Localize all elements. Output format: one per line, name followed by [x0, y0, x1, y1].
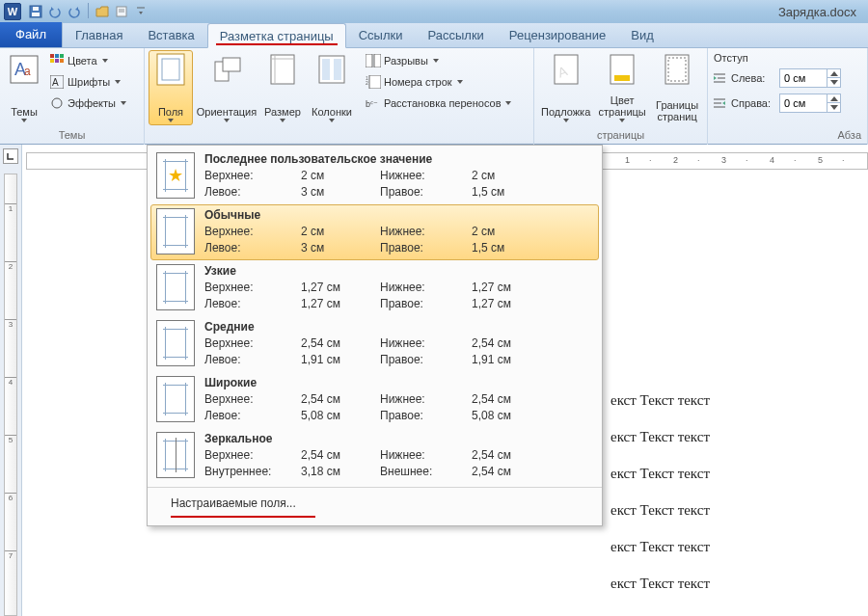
- svg-rect-12: [60, 54, 64, 58]
- orientation-icon: [211, 54, 242, 85]
- margin-preset-title: Узкие: [204, 264, 593, 278]
- effects-button[interactable]: Эффекты: [46, 93, 129, 114]
- qat-separator: [88, 3, 89, 18]
- tab-page-layout[interactable]: Разметка страницы: [207, 23, 346, 48]
- margin-preset-item[interactable]: Широкие Верхнее:2,54 смНижнее:2,54 см Ле…: [150, 372, 599, 428]
- group-themes: Aa Темы Цвета A Шрифты Эффекты: [0, 48, 145, 145]
- save-icon[interactable]: [27, 3, 44, 20]
- chevron-down-icon: [329, 119, 335, 122]
- margins-icon: [155, 54, 186, 85]
- margin-preset-item[interactable]: Узкие Верхнее:1,27 смНижнее:1,27 см Лево…: [150, 260, 599, 316]
- page-color-button[interactable]: Цвет страницы: [595, 50, 649, 125]
- margin-preset-info: Средние Верхнее:2,54 смНижнее:2,54 см Ле…: [204, 320, 593, 368]
- chevron-down-icon: [115, 80, 121, 84]
- document-text-line: екст Текст текст: [610, 528, 868, 565]
- orientation-button[interactable]: Ориентация: [195, 50, 258, 125]
- svg-rect-39: [665, 55, 689, 84]
- chevron-down-icon: [619, 119, 625, 122]
- columns-button[interactable]: Колонки: [307, 50, 357, 125]
- margin-preset-info: Зеркальное Верхнее:2,54 смНижнее:2,54 см…: [204, 432, 593, 480]
- indent-right-input[interactable]: [780, 97, 827, 109]
- qat-more-icon[interactable]: [132, 3, 149, 20]
- vertical-ruler[interactable]: 1234567: [4, 174, 17, 616]
- margin-preset-title: Обычные: [204, 208, 593, 222]
- custom-margins-button[interactable]: Настраиваемые поля...: [148, 487, 602, 525]
- hyphenation-button[interactable]: bᶜ⁻ Расстановка переносов: [363, 93, 514, 114]
- fonts-button[interactable]: A Шрифты: [46, 71, 129, 93]
- redo-icon[interactable]: [66, 3, 83, 20]
- page-borders-label: Границы страниц: [654, 99, 700, 122]
- tab-references[interactable]: Ссылки: [346, 22, 416, 47]
- line-numbers-button[interactable]: 12 Номера строк: [363, 71, 514, 93]
- svg-rect-10: [50, 54, 54, 58]
- document-text-line: екст Текст текст: [610, 382, 868, 418]
- spinner-up-icon[interactable]: [827, 69, 840, 78]
- tab-file[interactable]: Файл: [0, 22, 63, 47]
- size-label: Размер: [264, 106, 301, 118]
- svg-text:bᶜ⁻: bᶜ⁻: [366, 99, 378, 109]
- undo-icon[interactable]: [46, 3, 64, 20]
- chevron-down-icon: [121, 101, 126, 105]
- chevron-down-icon: [21, 119, 27, 122]
- fonts-icon: A: [49, 74, 65, 90]
- chevron-down-icon: [563, 119, 569, 122]
- spinner-up-icon[interactable]: [827, 94, 840, 103]
- tab-insert[interactable]: Вставка: [135, 22, 206, 47]
- margin-preset-item[interactable]: Обычные Верхнее:2 смНижнее:2 см Левое:3 …: [150, 204, 599, 260]
- tab-home[interactable]: Главная: [63, 22, 135, 47]
- svg-point-18: [52, 98, 62, 108]
- line-numbers-label: Номера строк: [384, 76, 452, 88]
- spinner-down-icon[interactable]: [827, 78, 840, 87]
- margin-preset-title: Широкие: [204, 376, 593, 389]
- margin-preset-item[interactable]: Средние Верхнее:2,54 смНижнее:2,54 см Ле…: [150, 316, 599, 372]
- margin-preset-item[interactable]: Зеркальное Верхнее:2,54 смНижнее:2,54 см…: [150, 428, 599, 484]
- tab-mailings[interactable]: Рассылки: [416, 22, 497, 47]
- indent-right-spinner[interactable]: [779, 94, 841, 113]
- spinner-down-icon[interactable]: [827, 103, 840, 112]
- tab-view[interactable]: Вид: [618, 22, 666, 47]
- columns-label: Колонки: [312, 106, 352, 118]
- tab-review[interactable]: Рецензирование: [497, 22, 618, 47]
- hyphenation-label: Расстановка переносов: [384, 97, 501, 109]
- breaks-button[interactable]: Разрывы: [363, 50, 514, 71]
- themes-icon: Aa: [9, 54, 40, 85]
- margin-preset-info: Последнее пользовательское значение Верх…: [204, 152, 593, 201]
- quick-access-toolbar: [27, 3, 149, 20]
- svg-rect-14: [55, 59, 59, 63]
- open-icon[interactable]: [94, 3, 111, 20]
- margin-preset-item[interactable]: ★ Последнее пользовательское значение Ве…: [150, 148, 599, 204]
- ribbon: Aa Темы Цвета A Шрифты Эффекты: [0, 48, 868, 145]
- page-color-label: Цвет страницы: [598, 94, 646, 118]
- watermark-icon: A: [551, 54, 582, 85]
- print-preview-icon[interactable]: [113, 3, 130, 20]
- colors-button[interactable]: Цвета: [46, 50, 129, 71]
- red-underline-icon: [216, 43, 338, 45]
- watermark-button[interactable]: A Подложка: [538, 50, 593, 125]
- effects-icon: [49, 95, 65, 111]
- tab-selector[interactable]: [3, 148, 18, 164]
- margin-preset-icon: [156, 376, 195, 422]
- indent-left-label: Слева:: [731, 72, 775, 84]
- margin-preset-icon: ★: [156, 152, 195, 199]
- page-color-icon: [607, 54, 637, 85]
- margin-preset-info: Обычные Верхнее:2 смНижнее:2 см Левое:3 …: [204, 208, 593, 256]
- breaks-label: Разрывы: [384, 55, 428, 67]
- title-bar: W Зарядка.docx: [0, 0, 868, 23]
- indent-right-icon: [712, 96, 727, 110]
- page-borders-button[interactable]: Границы страниц: [651, 50, 703, 125]
- group-indent: Отступ Слева: Справа: Абза: [708, 48, 868, 145]
- themes-button[interactable]: Aa Темы: [4, 50, 44, 125]
- indent-left-input[interactable]: [780, 72, 827, 84]
- margin-preset-icon: [156, 432, 195, 478]
- chevron-down-icon: [433, 59, 439, 63]
- margin-preset-icon: [156, 264, 195, 310]
- svg-rect-2: [33, 7, 39, 11]
- margins-button[interactable]: Поля: [149, 50, 193, 125]
- document-text-line: екст Текст текст: [610, 455, 868, 492]
- document-text-line: екст Текст текст: [610, 418, 868, 455]
- svg-rect-29: [366, 54, 372, 67]
- svg-rect-13: [50, 59, 54, 63]
- document-title: Зарядка.docx: [778, 5, 856, 19]
- indent-left-spinner[interactable]: [779, 68, 841, 88]
- size-button[interactable]: Размер: [260, 50, 305, 125]
